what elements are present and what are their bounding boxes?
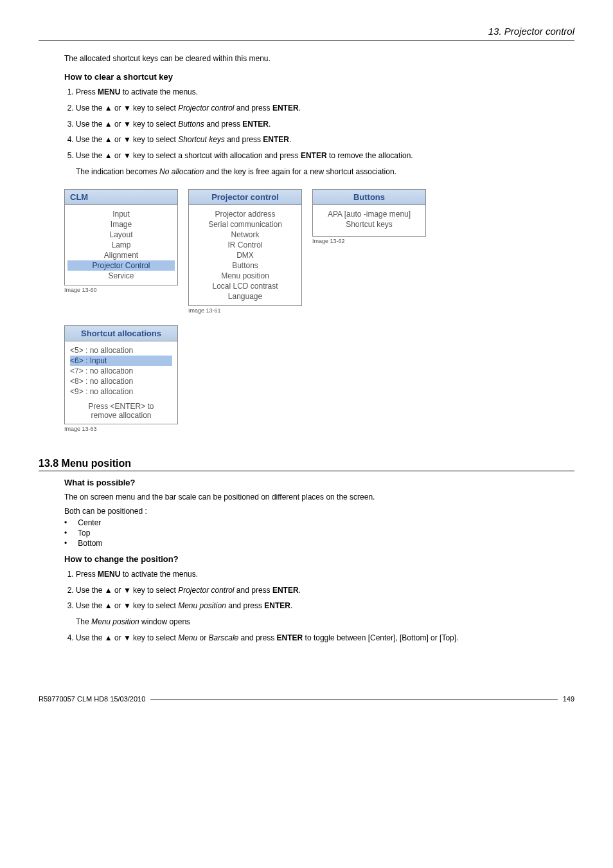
step-3: Use the ▲ or ▼ key to select Buttons and… — [76, 119, 574, 130]
footer-rule — [150, 700, 557, 700]
menu-buttons: Buttons APA [auto -image menu]Shortcut k… — [312, 189, 426, 237]
caption-1362: Image 13-62 — [312, 238, 426, 244]
menu-item: Image — [67, 219, 175, 230]
caption-1360: Image 13-60 — [64, 287, 178, 293]
page-header: 13. Projector control — [39, 26, 574, 37]
menu-item: Language — [191, 291, 299, 302]
menu-shortcut-allocations: Shortcut allocations <5> : no allocation… — [64, 325, 178, 424]
change-step-2: Use the ▲ or ▼ key to select Projector c… — [76, 585, 574, 596]
menu-buttons-title: Buttons — [313, 190, 425, 205]
menu-item: Serial communication — [191, 219, 299, 230]
change-step-3: Use the ▲ or ▼ key to select Menu positi… — [76, 601, 574, 628]
bullet-item: Bottom — [64, 539, 574, 548]
menu-projcontrol-title: Projector control — [189, 190, 301, 205]
step-1: Press MENU to activate the menus. — [76, 87, 574, 98]
menu-item: DMX — [191, 250, 299, 260]
shortcut-row: <9> : no allocation — [70, 386, 172, 397]
shortcut-footer: Press <ENTER> to — [70, 402, 172, 411]
shortcut-footer: remove allocation — [70, 411, 172, 420]
menu-shortcut-title: Shortcut allocations — [65, 326, 177, 341]
shortcut-row: <7> : no allocation — [70, 366, 172, 376]
change-step-1: Press MENU to activate the menus. — [76, 569, 574, 580]
step-5: Use the ▲ or ▼ key to select a shortcut … — [76, 150, 574, 177]
menu-item: Shortcut keys — [315, 219, 423, 230]
menu-item: Alignment — [67, 250, 175, 260]
menu-item: Projector Control — [67, 260, 175, 271]
what-possible-text2: Both can be positioned : — [64, 507, 574, 516]
menu-item: Lamp — [67, 240, 175, 250]
caption-1361: Image 13-61 — [188, 307, 302, 314]
menu-item: Buttons — [191, 260, 299, 271]
change-step-4: Use the ▲ or ▼ key to select Menu or Bar… — [76, 633, 574, 644]
footer-left: R59770057 CLM HD8 15/03/2010 — [39, 695, 145, 703]
step-4: Use the ▲ or ▼ key to select Shortcut ke… — [76, 134, 574, 145]
footer-page: 149 — [563, 695, 574, 703]
shortcut-row: <5> : no allocation — [70, 345, 172, 356]
step-2: Use the ▲ or ▼ key to select Projector c… — [76, 103, 574, 114]
how-clear-steps: Press MENU to activate the menus. Use th… — [64, 87, 574, 177]
menu-item: Input — [67, 209, 175, 219]
menu-clm-title: CLM — [65, 190, 177, 205]
menu-item: Layout — [67, 230, 175, 240]
menu-item: Local LCD contrast — [191, 281, 299, 291]
bullet-item: Center — [64, 518, 574, 527]
menu-clm: CLM InputImageLayoutLampAlignmentProject… — [64, 189, 178, 285]
bullet-item: Top — [64, 529, 574, 538]
header-rule — [39, 41, 574, 41]
how-clear-heading: How to clear a shortcut key — [64, 72, 574, 82]
intro-text: The allocated shortcut keys can be clear… — [64, 54, 574, 63]
shortcut-row: <8> : no allocation — [70, 376, 172, 386]
section-rule — [39, 471, 574, 471]
caption-1363: Image 13-63 — [64, 426, 177, 432]
what-possible-text: The on screen menu and the bar scale can… — [64, 493, 574, 502]
page-footer: R59770057 CLM HD8 15/03/2010 149 — [39, 695, 574, 703]
how-change-heading: How to change the position? — [64, 554, 574, 564]
position-bullets: Center Top Bottom — [64, 518, 574, 548]
menu-item: Network — [191, 230, 299, 240]
section-138-heading: 13.8 Menu position — [39, 458, 574, 469]
what-possible-heading: What is possible? — [64, 478, 574, 487]
shortcut-row: <6> : Input — [70, 356, 172, 366]
menu-item: Service — [67, 271, 175, 281]
menu-item: Projector address — [191, 209, 299, 219]
menu-item: Menu position — [191, 271, 299, 281]
menu-projector-control: Projector control Projector addressSeria… — [188, 189, 302, 306]
menu-item: IR Control — [191, 240, 299, 250]
menu-item: APA [auto -image menu] — [315, 209, 423, 219]
how-change-steps: Press MENU to activate the menus. Use th… — [64, 569, 574, 644]
